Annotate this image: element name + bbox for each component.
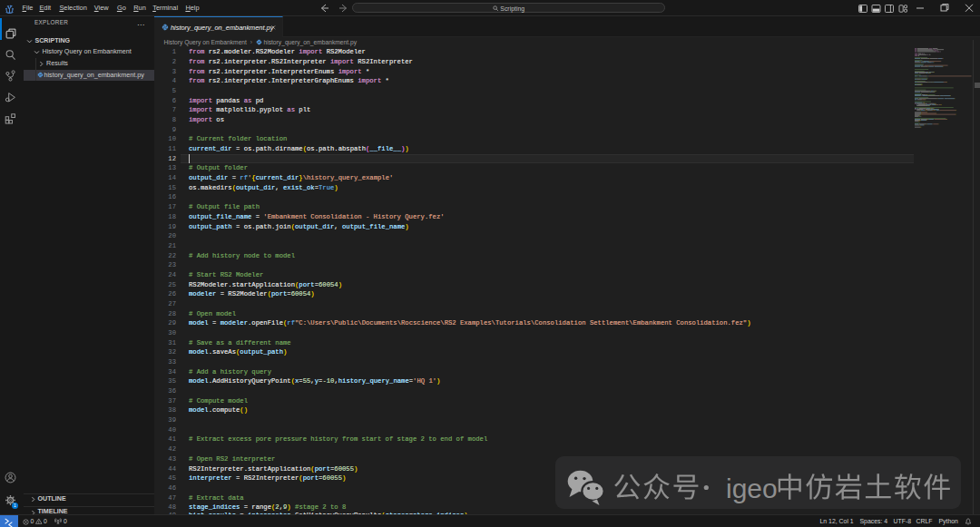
svg-text:igeo: igeo <box>726 473 778 503</box>
